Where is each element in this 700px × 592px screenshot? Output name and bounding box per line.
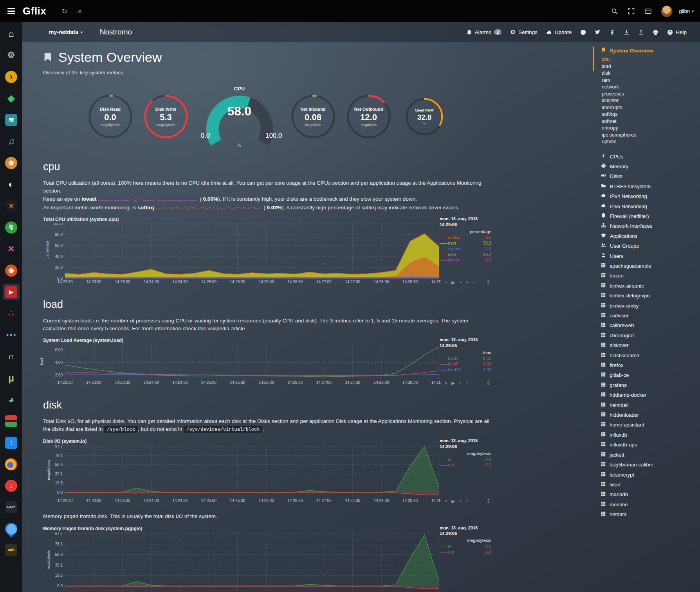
- legend-dimension-iowait[interactable]: —— iowait0.0: [440, 257, 491, 263]
- user-avatar[interactable]: [661, 5, 673, 17]
- app-prometheus-icon[interactable]: ◉: [3, 262, 20, 279]
- sidebar-app-mariadb[interactable]: mariadb: [601, 489, 697, 499]
- sidebar-app-jackett[interactable]: jackett: [601, 450, 697, 460]
- sidebar-link-interrupts[interactable]: interrupts: [602, 104, 697, 112]
- sidebar-link-ram[interactable]: ram: [602, 77, 697, 84]
- sidebar-section-memory[interactable]: Memory: [601, 162, 697, 171]
- zoom-out-icon[interactable]: −: [473, 498, 476, 504]
- nav-facebook-icon[interactable]: [609, 29, 615, 35]
- sidebar-section-cpus[interactable]: CPUs: [601, 152, 697, 162]
- legend-dimension-out[interactable]: —— out-5.3: [440, 462, 491, 468]
- app-upload-window-icon[interactable]: ↑: [3, 434, 20, 451]
- app-x-icon[interactable]: ×: [3, 241, 20, 257]
- sidebar-app-chronograf[interactable]: chronograf: [601, 331, 697, 340]
- nav-alarms[interactable]: Alarms2: [466, 29, 502, 35]
- pan-forward-icon[interactable]: »: [459, 380, 462, 386]
- sidebar-app-monitorr[interactable]: monitorr: [601, 500, 697, 509]
- zoom-in-icon[interactable]: +: [466, 380, 469, 386]
- refresh-icon[interactable]: ↻: [61, 8, 67, 15]
- sidebar-link-disk[interactable]: disk: [602, 70, 697, 77]
- play-icon[interactable]: ▶: [451, 498, 455, 504]
- nav-github-icon[interactable]: [580, 29, 586, 35]
- app-lazylibrarian-icon[interactable]: LAZY: [3, 499, 20, 515]
- gauge-disk-read[interactable]: Disk Read 0.0 megabytes/s: [87, 94, 134, 140]
- sidebar-app-binhex-airsonic[interactable]: binhex-airsonic: [601, 281, 697, 291]
- sidebar-section-users[interactable]: Users: [601, 251, 697, 261]
- pan-backward-icon[interactable]: «: [445, 280, 447, 285]
- sidebar-app-hddtemp-docker[interactable]: hddtemp-docker: [601, 390, 697, 400]
- gauge-cpu[interactable]: CPU 58.0 0.0 100.0 %: [198, 86, 281, 148]
- sidebar-app-binhex-emby[interactable]: binhex-emby: [601, 301, 697, 311]
- nav-upload-icon[interactable]: [638, 29, 644, 35]
- sidebar-app-netdata[interactable]: netdata: [601, 509, 697, 519]
- zoom-in-icon[interactable]: +: [466, 280, 469, 285]
- nav-help[interactable]: Help: [667, 29, 687, 35]
- app-ring-icon[interactable]: ◕: [3, 391, 20, 408]
- legend-dimension-load1[interactable]: —— load16.51: [440, 356, 491, 361]
- chart-cpu-utilization[interactable]: Total CPU utilization (system.cpu) 0.020…: [43, 217, 491, 285]
- pan-forward-icon[interactable]: »: [459, 498, 462, 504]
- legend-dimension-in[interactable]: —— in0.0: [440, 543, 491, 549]
- legend-dimension-load5[interactable]: —— load52.68: [440, 361, 491, 367]
- search-icon[interactable]: [608, 5, 621, 18]
- nav-settings[interactable]: ⚙Settings: [510, 29, 537, 36]
- sidebar-section-firewall-netfilter-[interactable]: Firewall (netfilter): [601, 211, 697, 221]
- nav-twitter-icon[interactable]: [595, 29, 601, 35]
- sidebar-link-cpu[interactable]: cpu: [602, 56, 697, 63]
- sidebar-link-softirqs[interactable]: softirqs: [602, 111, 697, 118]
- sidebar-app-influxdb[interactable]: influxdb: [601, 430, 697, 440]
- sidebar-app-grafana[interactable]: grafana: [601, 380, 697, 390]
- nav-update[interactable]: Update: [546, 29, 572, 35]
- sidebar-app-lidarr[interactable]: lidarr: [601, 480, 697, 489]
- sidebar-app-home-assistant[interactable]: home-assistant: [601, 420, 697, 430]
- app-utorrent-icon[interactable]: µ: [3, 370, 20, 386]
- sidebar-section-ipv4-networking[interactable]: IPv4 Networking: [601, 191, 697, 201]
- app-traffic-bars-icon[interactable]: [3, 413, 20, 429]
- pan-backward-icon[interactable]: «: [445, 498, 447, 504]
- sidebar-app-hiddenloader[interactable]: hiddenloader: [601, 410, 697, 420]
- app-container-icon[interactable]: ≋: [3, 112, 20, 128]
- legend-dimension-softirq[interactable]: —— softirq0.0: [440, 235, 491, 240]
- sidebar-link-processes[interactable]: processes: [602, 91, 697, 98]
- sidebar-app-influxdb-ups[interactable]: influxdb-ups: [601, 440, 697, 450]
- sidebar-item-system-overview[interactable]: System Overview: [601, 47, 697, 54]
- sidebar-app-firefox[interactable]: firefox: [601, 360, 697, 370]
- menu-icon[interactable]: [0, 0, 23, 22]
- sidebar-app-gitlab-ce[interactable]: gitlab-ce: [601, 370, 697, 380]
- sidebar-section-btrfs-filesystem[interactable]: BTRFS filesystem: [601, 182, 697, 191]
- app-sabnzbd-icon[interactable]: sab: [3, 542, 20, 558]
- sidebar-app-calibreweb[interactable]: calibreweb: [601, 320, 697, 330]
- gauge-used-ram[interactable]: Used RAM 32.8 %: [404, 97, 444, 136]
- app-unraid-icon[interactable]: ∩: [3, 348, 20, 365]
- legend-dimension-system[interactable]: —— system2.3: [440, 246, 491, 251]
- app-nextcloud-icon[interactable]: ⋯: [3, 327, 20, 343]
- nav-download-icon[interactable]: [624, 29, 630, 35]
- sidebar-app-apacheguacamole[interactable]: apacheguacamole: [601, 261, 697, 271]
- sidebar-app-letsencrypt[interactable]: letsencrypt: [601, 470, 697, 480]
- sidebar-app-cadvisor[interactable]: cadvisor: [601, 311, 697, 320]
- app-dots-icon[interactable]: ∴: [3, 305, 20, 322]
- app-deluge-icon[interactable]: [3, 520, 20, 537]
- sidebar-link-idlejitter[interactable]: idlejitter: [602, 97, 697, 104]
- app-soundbars-icon[interactable]: ♫: [3, 133, 20, 149]
- sidebar-section-applications[interactable]: Applications: [601, 231, 697, 241]
- app-jackett-icon[interactable]: ⊕: [3, 155, 20, 171]
- app-gem-icon[interactable]: ◆: [3, 90, 20, 106]
- zoom-in-icon[interactable]: +: [466, 498, 469, 504]
- app-organizr-icon[interactable]: ×: [3, 198, 20, 214]
- sidebar-section-disks[interactable]: Disks: [601, 171, 697, 181]
- gauge-disk-write[interactable]: Disk Write 5.3 megabytes/s: [143, 94, 189, 140]
- gauge-net-outbound[interactable]: Net Outbound 12.0 megabits/s: [346, 94, 392, 140]
- chart-memory-paged[interactable]: Memory Paged from/to disk (system.pgpgio…: [43, 526, 491, 592]
- close-icon[interactable]: ×: [78, 8, 82, 15]
- app-down-arrow-icon[interactable]: ↓: [3, 477, 20, 494]
- sidebar-link-entropy[interactable]: entropy: [602, 125, 697, 132]
- chart-resize-handle[interactable]: ⇕: [486, 380, 491, 386]
- sidebar-link-ipc-semaphores[interactable]: ipc semaphores: [602, 132, 697, 139]
- home-icon[interactable]: ⌂: [3, 25, 20, 42]
- chart-disk-io[interactable]: Disk I/O (system.io) 0.019.539.158.678.1…: [43, 439, 491, 504]
- legend-dimension-load15[interactable]: —— load152.06: [440, 367, 491, 372]
- nav-print-icon[interactable]: [653, 29, 659, 35]
- sidebar-app-heimdall[interactable]: heimdall: [601, 400, 697, 410]
- legend-dimension-user[interactable]: —— user35.3: [440, 240, 491, 246]
